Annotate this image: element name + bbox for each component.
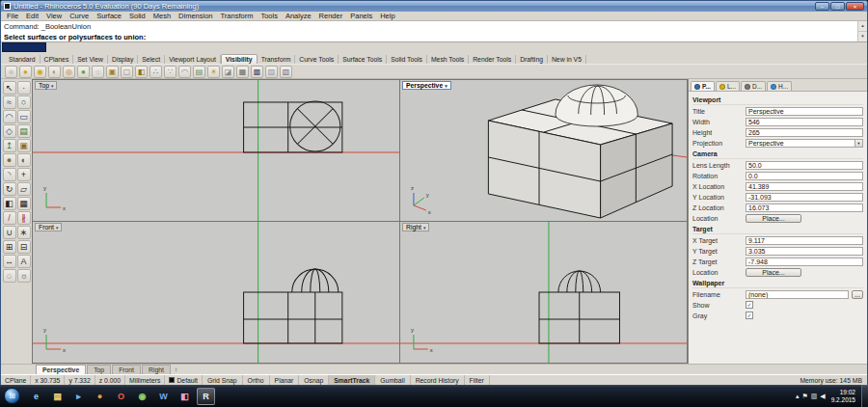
shaded-display-icon[interactable]: ▩ [251, 66, 263, 78]
target-z-field[interactable]: -7.948 [746, 258, 863, 266]
word-icon[interactable]: W [154, 388, 173, 405]
lens-length-field[interactable]: 50.0 [746, 161, 863, 170]
menu-item[interactable]: Panels [346, 12, 376, 20]
tab-select[interactable]: Select [138, 55, 165, 64]
opera-icon[interactable]: O [112, 388, 130, 405]
minimize-button[interactable]: – [815, 2, 829, 11]
camera-y-field[interactable]: -31.093 [746, 193, 863, 202]
polygon-icon[interactable]: ◇ [3, 124, 16, 138]
surface-icon[interactable]: ▤ [17, 124, 31, 138]
target-y-field[interactable]: 3.035 [746, 247, 863, 256]
menu-item[interactable]: View [42, 12, 66, 20]
taskbar-clock[interactable]: 19:02 9.2.2015 [828, 389, 858, 403]
tab-mesh-tools[interactable]: Mesh Tools [427, 55, 469, 64]
target-x-field[interactable]: 9.117 [746, 236, 863, 245]
isolate-icon[interactable]: ◎ [63, 66, 75, 78]
titlebar[interactable]: Untitled - Rhinoceros 5.0 Evaluation (90… [1, 1, 867, 12]
tab-display[interactable]: Display [108, 55, 138, 64]
circle-icon[interactable]: ○ [17, 95, 31, 109]
show-objects-icon[interactable]: ● [19, 66, 32, 78]
command-scrollbar[interactable]: ▲ ▼ [857, 21, 867, 41]
osnap-toggle[interactable]: Osnap [299, 375, 329, 385]
menu-item[interactable]: Analyze [282, 12, 315, 20]
action-center-icon[interactable]: ⚑ [801, 393, 807, 400]
menu-item[interactable]: File [3, 12, 22, 20]
maximize-button[interactable]: □ [830, 2, 845, 11]
internet-explorer-icon[interactable]: e [27, 388, 45, 405]
ghosted-display-icon[interactable]: ▨ [265, 66, 278, 78]
projection-dropdown[interactable]: Perspective ▾ [746, 139, 863, 148]
planar-toggle[interactable]: Planar [270, 375, 300, 385]
panel-tab-help[interactable]: H... [767, 81, 792, 91]
paint-icon[interactable]: ◧ [176, 388, 194, 405]
hide-swap-icon[interactable]: ◐ [48, 66, 61, 78]
viewport-front-label[interactable]: Front ▾ [35, 223, 62, 231]
close-button[interactable]: × [846, 2, 864, 11]
lock-swap-icon[interactable]: ◧ [135, 66, 148, 78]
viewport-perspective-label[interactable]: Perspective ▾ [402, 81, 451, 90]
scale-icon[interactable]: ▱ [17, 182, 31, 196]
arc-icon[interactable]: ◠ [3, 110, 16, 123]
cplane-button[interactable]: CPlane [1, 375, 31, 385]
viewport-right[interactable]: x y Right ▾ [400, 222, 687, 363]
clipping-plane-icon[interactable]: ◪ [222, 66, 234, 78]
command-prompt-line[interactable]: Select surfaces or polysurfaces to union… [1, 32, 857, 42]
gumball-toggle[interactable]: Gumball [375, 375, 410, 385]
tab-set-view[interactable]: Set View [73, 55, 108, 64]
box-icon[interactable]: ▣ [17, 139, 31, 152]
grid-snap-toggle[interactable]: Grid Snap [203, 375, 243, 385]
volume-icon[interactable]: ◀ [820, 393, 825, 400]
tab-new-in-v5[interactable]: New in V5 [548, 55, 586, 64]
viewport-tab-right[interactable]: Right [142, 365, 171, 375]
ortho-toggle[interactable]: Ortho [243, 375, 270, 385]
pointer-icon[interactable]: ↖ [3, 81, 16, 95]
target-place-button[interactable]: Place... [746, 268, 801, 277]
menu-item[interactable]: Mesh [149, 12, 175, 20]
viewport-tabs-scroll-icon[interactable]: ↕ [175, 366, 177, 372]
viewport-perspective[interactable]: x y z Perspective ▾ [400, 80, 687, 221]
text-icon[interactable]: A [17, 255, 31, 268]
scroll-up-icon[interactable]: ▲ [858, 21, 867, 32]
menu-item[interactable]: Transform [217, 12, 258, 20]
trim-icon[interactable]: / [3, 211, 16, 225]
show-desktop-button[interactable] [861, 385, 868, 407]
panel-tab-properties[interactable]: P... [691, 81, 715, 91]
viewport-title-field[interactable]: Perspective [746, 107, 863, 116]
mirror-icon[interactable]: ◧ [3, 197, 16, 210]
wallpaper-gray-checkbox[interactable]: ✓ [746, 312, 753, 319]
scroll-down-icon[interactable]: ▼ [858, 32, 867, 41]
units-button[interactable]: Millimeters [125, 375, 165, 385]
viewport-width-field[interactable]: 546 [746, 118, 863, 126]
record-history-toggle[interactable]: Record History [411, 375, 465, 385]
folder-explorer-icon[interactable]: ▤ [48, 388, 67, 405]
sphere-icon[interactable]: ● [3, 153, 16, 167]
menu-item[interactable]: Render [315, 12, 347, 20]
ungroup-icon[interactable]: ⊟ [17, 240, 31, 254]
tab-curve-tools[interactable]: Curve Tools [295, 55, 339, 64]
show-curves-icon[interactable]: ◠ [178, 66, 191, 78]
tab-standard[interactable]: Standard [5, 55, 41, 64]
menu-item[interactable]: Solid [125, 12, 149, 20]
right-view-geometry[interactable] [539, 271, 619, 343]
tab-surface-tools[interactable]: Surface Tools [339, 55, 387, 64]
tab-solid-tools[interactable]: Solid Tools [387, 55, 427, 64]
array-icon[interactable]: ▦ [17, 197, 31, 210]
show-points-icon[interactable]: ∴ [149, 66, 162, 78]
show-selected-icon[interactable]: ◉ [34, 66, 46, 78]
explode-icon[interactable]: ∗ [17, 226, 31, 239]
lock-objects-icon[interactable]: ▣ [106, 66, 119, 78]
smarttrack-toggle[interactable]: SmartTrack [329, 375, 375, 385]
menu-item[interactable]: Help [376, 12, 398, 20]
wallpaper-filename-field[interactable]: (none) [746, 290, 849, 299]
rotate-icon[interactable]: ↻ [3, 182, 16, 196]
chrome-icon[interactable]: ◉ [133, 388, 151, 405]
unlock-objects-icon[interactable]: ▢ [121, 66, 133, 78]
options-icon[interactable]: ☼ [17, 269, 31, 283]
menu-item[interactable]: Tools [257, 12, 282, 20]
viewport-right-label[interactable]: Right ▾ [402, 223, 429, 231]
viewport-tab-front[interactable]: Front [112, 365, 141, 375]
wireframe-display-icon[interactable]: ▦ [236, 66, 249, 78]
command-autocomplete-popup[interactable] [2, 42, 46, 52]
split-icon[interactable]: ∦ [17, 211, 31, 225]
point-icon[interactable]: ∙ [17, 81, 31, 95]
